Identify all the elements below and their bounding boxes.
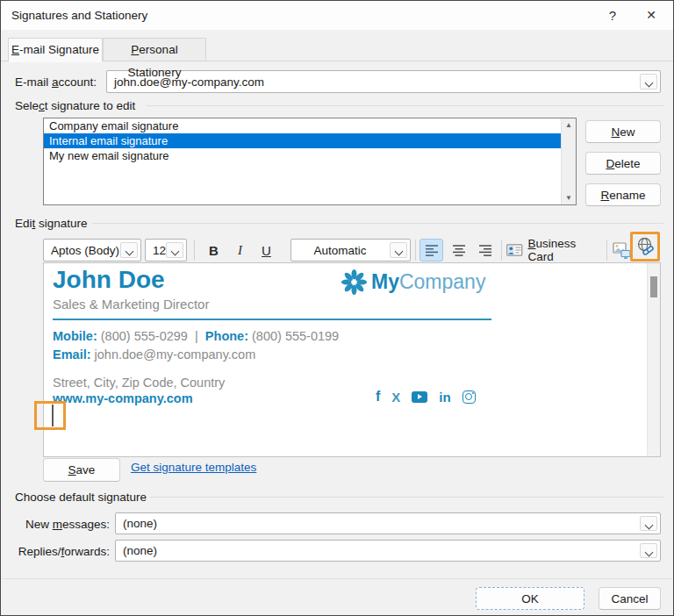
scroll-up-icon[interactable]: ▲ — [562, 121, 576, 129]
new-messages-value: (none) — [123, 513, 157, 534]
replies-forwards-combobox[interactable]: (none) — [115, 540, 661, 562]
logo-text-light: Company — [399, 270, 485, 293]
bold-button[interactable]: B — [203, 239, 225, 261]
dialog-title: Signatures and Stationery — [11, 1, 147, 30]
font-size-dropdown-button[interactable] — [166, 242, 183, 258]
font-name-value: Aptos (Body) — [51, 240, 119, 261]
facebook-icon: f — [376, 389, 380, 405]
insert-hyperlink-icon — [635, 237, 655, 256]
hyperlink-button-highlight — [630, 232, 660, 261]
new-button[interactable]: New — [585, 120, 661, 143]
signature-email-line: Email: john.doe@my-company.com — [53, 347, 255, 362]
cancel-button[interactable]: Cancel — [599, 587, 661, 610]
choose-default-group-label: Choose default signature — [15, 491, 147, 504]
signature-name: John Doe — [53, 266, 165, 294]
signature-phone-line: Mobile: (800) 555-0299 | Phone: (800) 55… — [53, 329, 339, 343]
insert-hyperlink-button[interactable] — [634, 235, 657, 258]
signature-listbox[interactable]: Company email signature Internal email s… — [43, 118, 577, 205]
delete-button[interactable]: Delete — [585, 152, 661, 175]
youtube-icon — [412, 391, 427, 403]
text-cursor — [52, 405, 54, 426]
font-color-value: Automatic — [291, 240, 389, 261]
instagram-icon — [462, 390, 476, 404]
edit-signature-group-label: Edit signature — [15, 217, 88, 230]
logo-text-bold: My — [371, 270, 399, 293]
editor-scrollbar-thumb[interactable] — [650, 276, 657, 297]
email-account-dropdown-button[interactable] — [640, 74, 657, 90]
business-card-icon — [506, 244, 523, 256]
signature-website: www.my-company.com — [53, 391, 193, 405]
font-size-value: 12 — [153, 240, 166, 261]
align-center-button[interactable] — [447, 239, 470, 261]
text-cursor-highlight — [34, 401, 66, 430]
choose-default-group-rule — [150, 497, 663, 498]
company-logo: MyCompany — [341, 269, 485, 296]
toolbar-divider — [501, 240, 502, 261]
scroll-down-icon[interactable]: ▼ — [562, 194, 576, 202]
ok-button[interactable]: OK — [476, 587, 584, 610]
insert-picture-icon — [613, 242, 631, 259]
signature-editor[interactable]: John Doe MyCompany Sales & Marketing Dir… — [43, 262, 661, 457]
underline-button[interactable]: U — [255, 239, 277, 261]
toolbar-divider — [606, 240, 607, 261]
replies-forwards-dropdown-button[interactable] — [640, 543, 657, 558]
title-bar: Signatures and Stationery ? ✕ — [1, 1, 673, 30]
x-twitter-icon: X — [391, 390, 400, 405]
get-signature-templates-link[interactable]: Get signature templates — [131, 461, 256, 474]
align-left-button[interactable] — [419, 239, 443, 261]
signatures-and-stationery-dialog: Signatures and Stationery ? ✕ E-mail Sig… — [0, 0, 674, 616]
select-signature-group-label: Select signature to edit — [15, 99, 135, 112]
editor-scrollbar[interactable] — [647, 263, 660, 456]
tab-email-signature[interactable]: E-mail Signature — [8, 38, 103, 62]
font-color-combobox[interactable]: Automatic — [290, 239, 411, 261]
list-item-company-signature[interactable]: Company email signature — [44, 118, 561, 133]
signature-job-title: Sales & Marketing Director — [53, 297, 209, 312]
save-button[interactable]: Save — [43, 458, 120, 482]
align-center-icon — [452, 244, 466, 257]
company-logo-flower-icon — [341, 269, 368, 296]
footer-divider — [2, 578, 672, 579]
business-card-button[interactable]: Business Card — [506, 239, 603, 261]
linkedin-icon: in — [439, 390, 450, 405]
align-left-icon — [425, 244, 439, 257]
chevron-down-icon — [645, 79, 654, 88]
replies-forwards-label: Replies/forwards: — [15, 545, 110, 558]
toolbar-divider — [194, 240, 195, 261]
chevron-down-icon — [125, 247, 134, 256]
select-signature-group-rule — [147, 105, 663, 106]
font-name-dropdown-button[interactable] — [120, 242, 138, 258]
italic-button[interactable]: I — [229, 239, 251, 261]
edit-signature-group-rule — [92, 223, 663, 224]
new-messages-dropdown-button[interactable] — [640, 516, 657, 531]
rename-button[interactable]: Rename — [585, 183, 661, 206]
font-name-combobox[interactable]: Aptos (Body) — [43, 239, 141, 261]
chevron-down-icon — [645, 521, 654, 530]
signature-address: Street, City, Zip Code, Country — [53, 376, 225, 390]
font-size-combobox[interactable]: 12 — [145, 239, 187, 261]
list-item-my-new-signature[interactable]: My new email signature — [44, 148, 561, 163]
chevron-down-icon — [395, 247, 404, 256]
social-icons-row: f X in — [376, 389, 476, 405]
font-color-dropdown-button[interactable] — [390, 242, 407, 258]
new-messages-combobox[interactable]: (none) — [115, 512, 661, 534]
replies-forwards-value: (none) — [123, 541, 157, 561]
align-right-button[interactable] — [473, 239, 497, 261]
email-account-combobox[interactable]: john.doe@my-company.com — [106, 70, 661, 93]
align-right-icon — [478, 244, 492, 257]
tab-personal-stationery[interactable]: Personal Stationery — [103, 38, 206, 61]
close-button[interactable]: ✕ — [636, 1, 666, 30]
signature-divider-line — [53, 319, 491, 320]
email-account-label: E-mail account: — [15, 75, 97, 89]
help-button[interactable]: ? — [598, 1, 627, 30]
chevron-down-icon — [171, 247, 180, 256]
chevron-down-icon — [645, 548, 654, 557]
toolbar-divider — [415, 240, 416, 261]
new-messages-label: New messages: — [15, 518, 110, 531]
business-card-label: Business Card — [528, 237, 604, 263]
listbox-scrollbar[interactable]: ▲ ▼ — [561, 118, 576, 204]
list-item-internal-signature[interactable]: Internal email signature — [44, 133, 561, 148]
